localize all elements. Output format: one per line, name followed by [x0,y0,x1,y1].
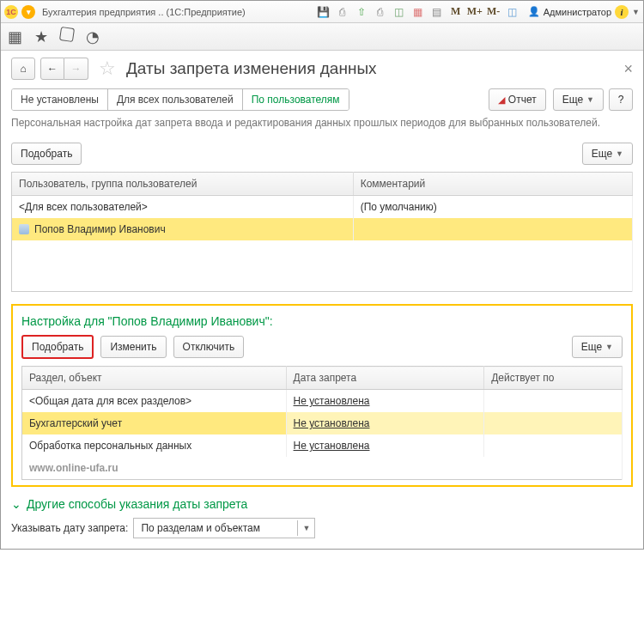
user-menu[interactable]: 👤 Администратор [528,6,611,17]
calc-icon[interactable]: ▤ [430,5,444,19]
pick-user-button[interactable]: Подобрать [11,143,82,165]
home-button[interactable]: ⌂ [11,58,35,80]
dropdown-icon[interactable]: ▾ [21,5,35,19]
titlebar: 1C ▾ Бухгалтерия предприятия .. (1С:Пред… [1,1,643,23]
users-table: Пользователь, группа пользователей Комме… [11,172,633,293]
panels-icon[interactable]: ◫ [506,5,519,19]
table-row[interactable]: <Для всех пользователей> (По умолчанию) [12,195,633,218]
chevron-down-icon: ⌄ [11,497,21,511]
col-valid-to[interactable]: Действует по [484,367,623,390]
chevron-down-icon: ▼ [586,95,594,104]
table-row[interactable]: Обработка персональных данных Не установ… [22,434,623,457]
memory-mplus-icon[interactable]: M+ [468,5,482,19]
page-title: Даты запрета изменения данных [126,59,377,78]
user-label: Администратор [544,7,611,17]
settings-frame: Настройка для "Попов Владимир Иванович":… [11,304,633,487]
col-section[interactable]: Раздел, объект [22,367,287,390]
report-label: Отчет [508,94,537,106]
compare-icon[interactable]: ◫ [392,5,406,19]
sections-table: Раздел, объект Дата запрета Действует по… [21,366,623,480]
table-row[interactable]: Бухгалтерский учет Не установлена [22,412,623,434]
users-more-button[interactable]: Еще ▼ [582,143,633,165]
settings-more-button[interactable]: Еще ▼ [572,336,623,358]
disable-button[interactable]: Отключить [173,336,245,358]
col-user[interactable]: Пользователь, группа пользователей [12,172,354,195]
user-icon [19,224,29,234]
table-row[interactable]: Попов Владимир Иванович [12,218,633,240]
chevron-down-icon[interactable]: ▼ [297,520,314,536]
user-icon: 👤 [528,6,540,17]
save-icon[interactable]: 💾 [317,5,331,19]
description-text: Персональная настройка дат запрета ввода… [11,116,633,131]
print-icon[interactable]: ⎙ [336,5,349,19]
info-dropdown-icon[interactable]: ▼ [632,8,640,16]
table-row[interactable]: <Общая дата для всех разделов> Не устано… [22,390,623,413]
watermark: www.online-ufa.ru [22,457,623,480]
memory-mminus-icon[interactable]: M- [487,5,501,19]
favorites-icon[interactable] [34,27,48,46]
chevron-down-icon: ▼ [605,343,613,351]
main-toolbar [1,23,643,51]
col-forbid-date[interactable]: Дата запрета [286,367,484,390]
help-button[interactable]: ? [609,88,633,111]
memory-m-icon[interactable]: M [449,5,463,19]
info-icon[interactable]: i [615,5,629,19]
forward-button[interactable]: → [64,58,88,80]
tab-all-users[interactable]: Для всех пользователей [108,89,243,110]
mode-tabs: Не установлены Для всех пользователей По… [11,88,349,111]
apps-icon[interactable] [8,27,22,46]
pick-section-button[interactable]: Подобрать [21,335,94,359]
edit-button[interactable]: Изменить [100,336,166,358]
close-button[interactable]: × [623,60,633,78]
back-button[interactable]: ← [40,58,64,80]
tab-by-users[interactable]: По пользователям [243,89,349,110]
upload-icon[interactable]: ⇧ [355,5,368,19]
report-button[interactable]: ◢ Отчет [489,88,546,111]
tab-not-set[interactable]: Не установлены [12,89,108,110]
notifications-icon[interactable] [86,27,100,46]
report-icon: ◢ [498,94,505,106]
app-title: Бухгалтерия предприятия .. (1С:Предприят… [42,7,246,17]
print2-icon[interactable]: ⎙ [374,5,387,19]
history-icon[interactable] [60,27,74,46]
logo-1c-icon: 1C [4,5,18,19]
star-outline-icon[interactable]: ☆ [99,58,116,80]
settings-title: Настройка для "Попов Владимир Иванович": [21,314,623,328]
select-value: По разделам и объектам [134,519,297,537]
other-methods-toggle[interactable]: ⌄ Другие способы указания даты запрета [11,497,633,511]
date-mode-label: Указывать дату запрета: [11,522,128,534]
date-mode-select[interactable]: По разделам и объектам ▼ [133,518,315,538]
more-button[interactable]: Еще ▼ [553,88,604,111]
calendar-icon[interactable]: ▦ [411,5,425,19]
chevron-down-icon: ▼ [616,149,623,158]
col-comment[interactable]: Комментарий [353,172,632,195]
page-header: ⌂ ← → ☆ Даты запрета изменения данных × [11,58,633,80]
